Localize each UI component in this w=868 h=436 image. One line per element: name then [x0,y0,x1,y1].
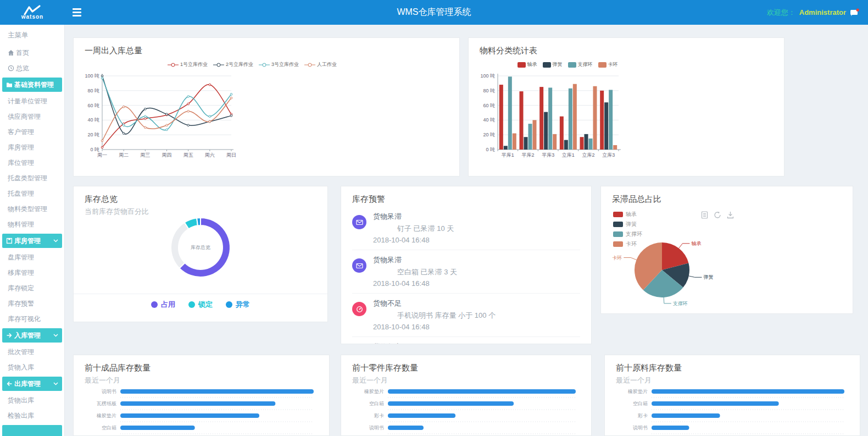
overview-icon [8,65,14,71]
alert-list: 货物呆滞钉子 已呆滞 10 天2018-10-04 16:48货物呆滞空白箱 已… [341,207,591,344]
sidebar-item-transfer-mgmt[interactable]: 移库管理 [0,265,64,280]
top-header: watson WMS仓库管理系统 欢迎您： Administrator [0,0,868,25]
download-icon[interactable] [727,211,734,219]
card-stagnant-share: 呆滞品总占比 轴承弹簧支撑环卡环 轴承弹簧支撑环卡环 [600,186,853,314]
legend-line-marker [213,62,224,68]
legend-label: 1号立库作业 [180,61,208,68]
legend-item[interactable]: 异常 [226,300,250,310]
legend-item[interactable]: 锁定 [188,300,213,310]
card-title: 物料分类统计表 [469,38,784,56]
divider [74,294,327,294]
sidebar-item-inspect-outbound[interactable]: 检验出库 [0,408,64,423]
legend-item[interactable]: 弹簧 [613,220,642,228]
svg-text:瓦楞纸板: 瓦楞纸板 [97,401,116,406]
card-title: 库存预警 [341,186,591,205]
sidebar-group-warehouse[interactable]: 库房管理 [2,234,62,248]
svg-text:100 吨: 100 吨 [480,73,495,79]
legend-item[interactable]: 卡环 [598,61,618,68]
legend-item[interactable]: 支撑环 [568,61,593,68]
legend-label: 弹簧 [553,61,563,68]
svg-text:弹簧: 弹簧 [704,274,714,280]
sidebar-item-supplier-mgmt[interactable]: 供应商管理 [0,109,64,124]
legend-item[interactable]: 人工作业 [304,61,337,68]
sidebar-item-material-type-mgmt[interactable]: 物料类型管理 [0,201,64,217]
card-top-parts: 前十零件库存数量 最近一个月 橡胶垫片空白箱彩卡说明书 [341,355,592,436]
sidebar-group-inbound[interactable]: 入库管理 [2,328,62,343]
sidebar-group-basic-data[interactable]: 基础资料管理 [2,78,62,92]
refresh-icon[interactable] [714,211,721,219]
legend-item[interactable]: 轴承 [518,61,537,68]
sidebar-item-label: 库存锁定 [8,284,34,293]
chevron-down-icon [53,382,62,385]
legend-dot [151,301,158,308]
svg-text:橡胶垫片: 橡胶垫片 [96,413,116,418]
sidebar-item-label: 盘库管理 [8,253,34,262]
alert-item: 货物呆滞钉子 已呆滞 10 天2018-10-04 16:48 [352,207,580,250]
sidebar-section-label: 主菜单 [0,25,64,45]
legend-dot [188,301,195,308]
sidebar-item-batch-mgmt[interactable]: 批次管理 [0,344,64,360]
svg-text:周四: 周四 [162,152,172,158]
legend-item[interactable]: 1号立库作业 [168,61,208,68]
legend-label: 卡环 [608,61,618,68]
svg-text:40 吨: 40 吨 [483,117,495,123]
inventory-legend: 占用锁定异常 [74,300,327,310]
sidebar-item-overview[interactable]: 总览 [0,60,64,76]
sidebar-item-stock-visual[interactable]: 库存可视化 [0,311,64,327]
sidebar-item-label: 库房管理 [14,236,41,246]
svg-text:彩卡: 彩卡 [637,413,648,418]
legend-dot [226,301,232,308]
alert-kind: 货物呆滞 [373,255,580,265]
card-title: 一周出入库总量 [74,38,459,56]
sidebar-item-home[interactable]: 首页 [0,45,64,60]
legend-swatch [613,212,623,217]
outbound-icon [6,380,13,387]
sidebar-item-pallet-type-mgmt[interactable]: 托盘类型管理 [0,170,64,186]
svg-text:说明书: 说明书 [632,425,648,431]
sidebar-item-material-mgmt[interactable]: 物料管理 [0,217,64,232]
sidebar-item-label: 供应商管理 [8,112,41,122]
sidebar-item-stock-alert[interactable]: 库存预警 [0,296,64,311]
data-view-icon[interactable] [701,211,708,219]
sidebar-item-label: 托盘类型管理 [8,174,47,183]
svg-text:说明书: 说明书 [369,425,384,431]
sidebar-item-warehouse-mgmt[interactable]: 库房管理 [0,140,64,155]
svg-text:60 吨: 60 吨 [87,103,99,108]
sidebar-item-label: 检验出库 [8,411,34,421]
card-top-raw-materials: 前十原料库存数量 最近一个月 橡胶垫片空白箱彩卡说明书 [604,355,860,436]
sidebar-item-customer-mgmt[interactable]: 客户管理 [0,124,64,140]
legend-line-marker [168,62,179,68]
sidebar-item-stocktake-mgmt[interactable]: 盘库管理 [0,250,64,265]
svg-text:0 吨: 0 吨 [486,147,495,152]
card-inventory-overview: 库存总览 当前库存货物百分比 库存总览 占用锁定异常 [73,186,328,322]
legend-label: 支撑环 [578,61,593,68]
sidebar-item-label: 货物入库 [8,363,34,372]
alert-icon [352,302,366,316]
sidebar-item-goods-inbound[interactable]: 货物入库 [0,360,64,375]
legend-item[interactable]: 轴承 [613,211,642,218]
legend-item[interactable]: 占用 [151,300,175,310]
sidebar-item-stock-lock[interactable]: 库存锁定 [0,280,64,296]
legend-swatch [568,62,576,68]
legend-item[interactable]: 弹簧 [543,61,563,68]
message-icon[interactable] [850,8,859,16]
sidebar-group-outbound[interactable]: 出库管理 [2,377,62,391]
sidebar-item-unit-mgmt[interactable]: 计量单位管理 [0,93,64,109]
legend-item[interactable]: 2号立库作业 [213,61,253,68]
legend-swatch [613,222,623,227]
legend-item[interactable]: 3号立库作业 [259,61,299,68]
material-chart-legend: 轴承弹簧支撑环卡环 [521,61,614,68]
top-parts-hbar-chart: 橡胶垫片空白箱彩卡说明书 [349,382,584,436]
svg-text:橡胶垫片: 橡胶垫片 [627,389,648,394]
menu-toggle-button[interactable] [73,8,81,16]
chevron-down-icon [53,334,62,337]
sidebar-item-pallet-mgmt[interactable]: 托盘管理 [0,186,64,201]
welcome-label: 欢迎您： [767,8,795,18]
sidebar-item-label: 托盘管理 [8,189,34,198]
sidebar-item-goods-outbound[interactable]: 货物出库 [0,393,64,408]
alert-time: 2018-10-04 16:48 [373,236,580,244]
sidebar-group-partial[interactable] [2,425,62,436]
sidebar-item-location-mgmt[interactable]: 库位管理 [0,155,64,170]
username[interactable]: Administrator [799,8,846,16]
svg-text:平库1: 平库1 [502,152,514,158]
